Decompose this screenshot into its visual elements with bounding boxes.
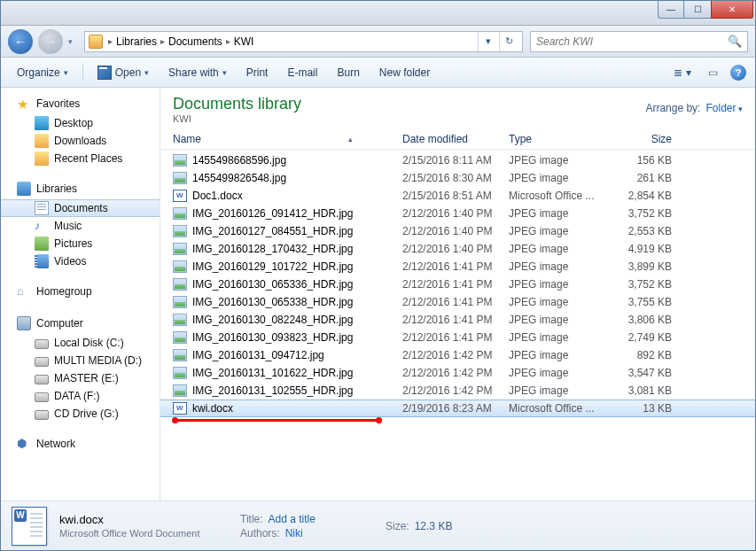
file-type: JPEG image <box>502 384 608 397</box>
maximize-button[interactable]: ☐ <box>684 1 711 19</box>
file-size: 3,899 KB <box>608 260 679 273</box>
search-icon[interactable]: 🔍 <box>728 35 742 48</box>
file-row[interactable]: IMG_20160130_082248_HDR.jpg2/12/2016 1:4… <box>160 311 755 329</box>
toolbar: Organize Open Share with Print E-mail Bu… <box>1 58 755 88</box>
file-row[interactable]: IMG_20160128_170432_HDR.jpg2/12/2016 1:4… <box>160 240 755 258</box>
library-title: Documents library <box>173 95 301 113</box>
chevron-right-icon[interactable]: ▸ <box>160 36 165 46</box>
sidebar-item-local-c[interactable]: Local Disk (C:) <box>1 334 160 352</box>
homegroup-group[interactable]: ⌂Homegroup <box>1 283 160 302</box>
address-bar[interactable]: ▸Libraries ▸Documents ▸KWI ▾ ↻ <box>84 31 523 52</box>
image-file-icon <box>173 331 187 344</box>
file-row[interactable]: 1455499826548.jpg2/15/2016 8:30 AMJPEG i… <box>160 169 755 187</box>
details-authors[interactable]: Niki <box>285 527 303 539</box>
share-button[interactable]: Share with <box>161 63 234 82</box>
file-row[interactable]: IMG_20160131_102555_HDR.jpg2/12/2016 1:4… <box>160 382 755 400</box>
address-dropdown[interactable]: ▾ <box>478 32 497 51</box>
sidebar-item-master-e[interactable]: MASTER (E:) <box>1 369 160 387</box>
search-input[interactable] <box>536 35 728 48</box>
image-file-icon <box>173 296 187 308</box>
chevron-right-icon[interactable]: ▸ <box>108 36 113 46</box>
drive-icon <box>35 375 49 384</box>
email-button[interactable]: E-mail <box>280 63 324 82</box>
file-date: 2/12/2016 1:40 PM <box>395 243 502 255</box>
file-row[interactable]: IMG_20160131_094712.jpg2/12/2016 1:42 PM… <box>160 346 755 364</box>
file-row[interactable]: 1455498668596.jpg2/15/2016 8:11 AMJPEG i… <box>160 151 755 169</box>
sidebar-item-desktop[interactable]: Desktop <box>1 114 160 132</box>
file-row[interactable]: IMG_20160126_091412_HDR.jpg2/12/2016 1:4… <box>160 205 755 222</box>
file-type: Microsoft Office ... <box>502 190 608 202</box>
forward-button[interactable]: → <box>38 29 63 54</box>
view-options-button[interactable]: ≣ ▾ <box>670 64 695 81</box>
file-row[interactable]: kwi.docx2/19/2016 8:23 AMMicrosoft Offic… <box>160 400 755 417</box>
new-folder-button[interactable]: New folder <box>372 63 437 82</box>
refresh-button[interactable]: ↻ <box>499 32 518 51</box>
details-title[interactable]: Add a title <box>269 513 316 525</box>
file-name: IMG_20160131_102555_HDR.jpg <box>192 384 353 397</box>
file-name: IMG_20160127_084551_HDR.jpg <box>192 225 353 237</box>
help-button[interactable]: ? <box>730 65 746 81</box>
print-button[interactable]: Print <box>239 63 276 82</box>
sidebar-item-documents[interactable]: Documents <box>1 199 160 217</box>
column-size[interactable]: Size <box>608 133 679 145</box>
network-group[interactable]: ⬢Network <box>1 435 160 454</box>
file-name: IMG_20160130_082248_HDR.jpg <box>192 314 353 326</box>
search-box[interactable]: 🔍 <box>530 31 748 52</box>
file-list[interactable]: 1455498668596.jpg2/15/2016 8:11 AMJPEG i… <box>160 150 755 501</box>
organize-button[interactable]: Organize <box>10 63 75 82</box>
column-date[interactable]: Date modified <box>395 133 502 145</box>
file-type: JPEG image <box>502 260 608 273</box>
desktop-icon <box>35 116 49 130</box>
column-type[interactable]: Type <box>502 133 608 145</box>
preview-pane-button[interactable]: ▭ <box>700 64 725 81</box>
sidebar-item-multi-d[interactable]: MULTI MEDIA (D:) <box>1 352 160 369</box>
back-button[interactable]: ← <box>8 29 33 54</box>
minimize-button[interactable]: — <box>658 1 684 19</box>
sidebar-item-videos[interactable]: Videos <box>1 252 160 270</box>
computer-group[interactable]: Computer <box>1 314 160 334</box>
close-button[interactable]: ✕ <box>711 1 753 19</box>
favorites-group[interactable]: ★Favorites <box>1 95 160 114</box>
open-button[interactable]: Open <box>90 62 156 83</box>
file-name: Doc1.docx <box>192 190 243 202</box>
file-date: 2/12/2016 1:41 PM <box>395 296 502 308</box>
word-icon <box>97 66 112 80</box>
file-name: IMG_20160131_094712.jpg <box>192 349 324 361</box>
file-row[interactable]: IMG_20160130_065336_HDR.jpg2/12/2016 1:4… <box>160 276 755 293</box>
file-row[interactable]: Doc1.docx2/15/2016 8:51 AMMicrosoft Offi… <box>160 187 755 205</box>
history-dropdown[interactable]: ▾ <box>68 37 79 46</box>
sidebar-item-data-f[interactable]: DATA (F:) <box>1 387 160 405</box>
folder-icon <box>89 35 103 49</box>
file-row[interactable]: IMG_20160130_093823_HDR.jpg2/12/2016 1:4… <box>160 329 755 346</box>
file-name: IMG_20160130_093823_HDR.jpg <box>192 331 353 344</box>
file-row[interactable]: IMG_20160130_065338_HDR.jpg2/12/2016 1:4… <box>160 293 755 311</box>
image-file-icon <box>173 260 187 273</box>
annotation-underline <box>173 419 381 422</box>
file-size: 2,749 KB <box>608 331 679 344</box>
titlebar[interactable]: — ☐ ✕ <box>1 1 755 26</box>
file-date: 2/12/2016 1:42 PM <box>395 384 502 397</box>
file-row[interactable]: IMG_20160131_101622_HDR.jpg2/12/2016 1:4… <box>160 364 755 382</box>
sidebar-item-pictures[interactable]: Pictures <box>1 235 160 252</box>
sidebar-item-recent[interactable]: Recent Places <box>1 150 160 167</box>
chevron-right-icon[interactable]: ▸ <box>226 36 230 46</box>
nav-bar: ← → ▾ ▸Libraries ▸Documents ▸KWI ▾ ↻ 🔍 <box>1 26 755 58</box>
file-row[interactable]: IMG_20160127_084551_HDR.jpg2/12/2016 1:4… <box>160 222 755 240</box>
navigation-pane: ★Favorites Desktop Downloads Recent Plac… <box>1 88 160 501</box>
file-size: 3,081 KB <box>608 384 679 397</box>
file-date: 2/12/2016 1:42 PM <box>395 349 502 361</box>
column-name[interactable]: Name <box>160 133 395 145</box>
burn-button[interactable]: Burn <box>330 63 366 82</box>
file-type: JPEG image <box>502 207 608 220</box>
documents-icon <box>35 201 49 215</box>
arrange-by[interactable]: Arrange by: Folder <box>645 95 743 114</box>
libraries-group[interactable]: Libraries <box>1 180 160 199</box>
file-size: 2,553 KB <box>608 225 679 237</box>
file-row[interactable]: IMG_20160129_101722_HDR.jpg2/12/2016 1:4… <box>160 258 755 276</box>
file-type: JPEG image <box>502 172 608 184</box>
sidebar-item-downloads[interactable]: Downloads <box>1 132 160 150</box>
drive-icon <box>35 339 49 349</box>
sidebar-item-cd-g[interactable]: CD Drive (G:) <box>1 405 160 423</box>
sidebar-item-music[interactable]: ♪Music <box>1 217 160 235</box>
file-name: IMG_20160126_091412_HDR.jpg <box>192 207 353 220</box>
